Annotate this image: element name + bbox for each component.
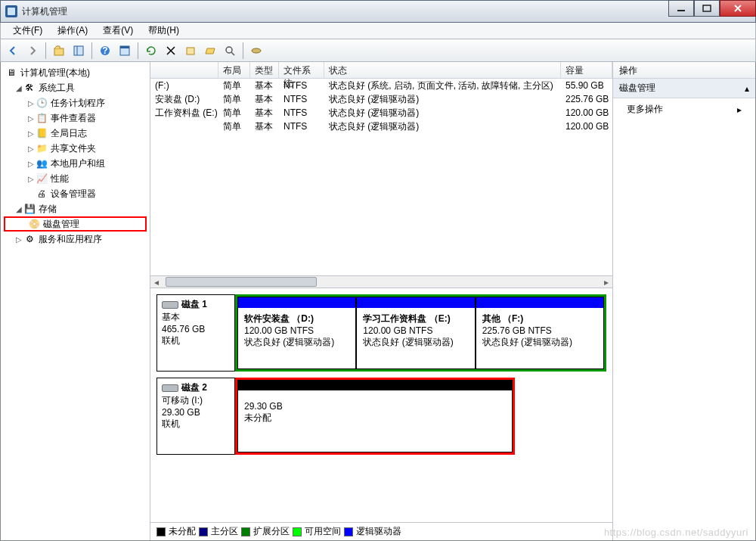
disk-size: 29.30 GB [162,407,230,418]
disk1-label[interactable]: 磁盘 1 基本 465.76 GB 联机 [156,294,235,372]
cell-status: 状态良好 (系统, 启动, 页面文件, 活动, 故障转储, 主分区) [324,79,561,93]
scroll-left-icon[interactable]: ◂ [150,276,163,288]
tree-system-tools[interactable]: ◢ 🛠 系统工具 [1,80,150,95]
table-row[interactable]: 工作资料盘 (E:) 简单 基本 NTFS 状态良好 (逻辑驱动器) 120.0… [150,106,612,120]
cell-cap: 55.90 GB [561,79,612,92]
title-bar: 计算机管理 [0,0,756,23]
window-title: 计算机管理 [22,5,67,18]
tree-item-label: 事件查看器 [51,112,96,125]
refresh-button[interactable] [142,42,160,60]
cell-name: 安装盘 (D:) [150,92,218,107]
back-button[interactable] [4,42,22,60]
svg-text:?: ? [102,45,107,56]
expand-icon[interactable]: ▷ [26,175,36,183]
tree-global-logs[interactable]: ▷📒全局日志 [1,126,150,141]
expand-icon[interactable]: ▷ [14,235,23,244]
scroll-right-icon[interactable]: ▸ [600,276,612,288]
menu-bar: 文件(F) 操作(A) 查看(V) 帮助(H) [0,23,756,39]
vol-info: 225.76 GB NTFS [482,325,597,336]
legend-label: 未分配 [169,525,196,538]
actions-section-label: 磁盘管理 [619,82,655,95]
col-status[interactable]: 状态 [324,62,561,78]
tree-disk-management[interactable]: 📀磁盘管理 [4,216,147,232]
actions-section[interactable]: 磁盘管理 ▴ [613,79,755,98]
disk2-label[interactable]: 磁盘 2 可移动 (I:) 29.30 GB 联机 [156,378,235,455]
actions-more-label: 更多操作 [627,103,663,116]
scrollbar-thumb[interactable] [166,277,317,287]
disk-name: 磁盘 1 [181,299,207,309]
vol-title: 其他 （F:) [482,312,597,325]
table-row[interactable]: 安装盘 (D:) 简单 基本 NTFS 状态良好 (逻辑驱动器) 225.76 … [150,92,612,106]
tree-system-tools-label: 系统工具 [39,82,75,95]
tree-root[interactable]: 🖥 计算机管理(本地) [1,65,150,80]
tree-storage[interactable]: ◢💾存储 [1,201,150,216]
menu-action[interactable]: 操作(A) [51,23,94,39]
svg-rect-1 [703,5,711,11]
col-fs[interactable]: 文件系统 [279,62,324,78]
expand-icon[interactable]: ▷ [26,129,36,138]
volume-d[interactable]: 软件安装盘 （D:) 120.00 GB NTFS 状态良好 (逻辑驱动器) [237,297,356,369]
export-icon[interactable] [181,42,200,60]
tree-root-label: 计算机管理(本地) [20,67,90,79]
cell-type: 基本 [250,106,279,120]
disk-area: 磁盘 1 基本 465.76 GB 联机 软件安装盘 （D:) 120.00 G… [150,288,612,522]
cell-name: 工作资料盘 (E:) [150,106,218,120]
col-capacity[interactable]: 容量 [561,62,612,78]
table-row[interactable]: (F:) 简单 基本 NTFS 状态良好 (系统, 启动, 页面文件, 活动, … [150,79,612,92]
tree-item-label: 设备管理器 [51,188,96,201]
legend-swatch-primary [199,527,208,536]
center-pane: 布局 类型 文件系统 状态 容量 (F:) 简单 基本 NTFS 状态良好 (系… [150,62,613,540]
perf-icon: 📈 [36,173,48,185]
close-button[interactable] [720,0,756,17]
maximize-button[interactable] [694,0,720,17]
expand-icon[interactable]: ▷ [26,99,36,107]
tree-device-manager[interactable]: 🖨设备管理器 [1,186,150,201]
cell-layout: 简单 [218,120,250,134]
volume-e[interactable]: 学习工作资料盘 （E:) 120.00 GB NTFS 状态良好 (逻辑驱动器) [356,297,475,369]
search-icon[interactable] [221,42,239,60]
volume-unallocated[interactable]: 29.30 GB 未分配 [237,380,513,452]
menu-help[interactable]: 帮助(H) [142,23,185,39]
cell-name: (F:) [150,79,218,92]
disk2-volumes: 29.30 GB 未分配 [235,378,515,455]
cell-cap: 120.00 GB [561,120,612,132]
col-volume[interactable] [150,62,218,78]
minimize-button[interactable] [668,0,694,17]
col-layout[interactable]: 布局 [218,62,250,78]
tree-services-apps[interactable]: ▷⚙服务和应用程序 [1,232,150,247]
volume-header: 布局 类型 文件系统 状态 容量 [150,62,612,79]
tree-performance[interactable]: ▷📈性能 [1,171,150,186]
open-icon[interactable] [201,42,219,60]
horizontal-scrollbar[interactable]: ◂ ▸ [150,275,612,288]
expand-icon[interactable]: ▷ [26,160,36,168]
collapse-icon[interactable]: ◢ [14,84,23,92]
collapse-icon[interactable]: ◢ [14,205,23,213]
up-button[interactable] [50,42,68,60]
users-icon: 👥 [36,157,48,169]
tree-local-users[interactable]: ▷👥本地用户和组 [1,156,150,171]
volume-f[interactable]: 其他 （F:) 225.76 GB NTFS 状态良好 (逻辑驱动器) [476,297,604,369]
vol-title: 软件安装盘 （D:) [244,312,349,325]
actions-more[interactable]: 更多操作 ▸ [613,98,755,120]
disk-row-2: 磁盘 2 可移动 (I:) 29.30 GB 联机 29.30 GB 未分配 [156,378,606,455]
delete-icon[interactable] [162,42,180,60]
expand-icon[interactable]: ▷ [26,114,36,123]
legend: 未分配 主分区 扩展分区 可用空间 逻辑驱动器 [150,522,612,540]
forward-button[interactable] [23,42,42,60]
svg-point-10 [226,47,232,53]
disk-size: 465.76 GB [162,324,230,334]
expand-icon[interactable]: ▷ [26,145,36,153]
table-row[interactable]: 简单 基本 NTFS 状态良好 (逻辑驱动器) 120.00 GB [150,120,612,133]
tree-event-viewer[interactable]: ▷📋事件查看器 [1,110,150,126]
tree-task-scheduler[interactable]: ▷🕒任务计划程序 [1,95,150,110]
tree-shared-folders[interactable]: ▷📁共享文件夹 [1,141,150,156]
menu-view[interactable]: 查看(V) [97,23,139,39]
disk-settings-icon[interactable] [247,42,265,60]
properties-button[interactable] [116,42,134,60]
help-button[interactable]: ? [96,42,114,60]
cell-name [150,126,218,127]
menu-file[interactable]: 文件(F) [7,23,48,39]
show-hide-tree-button[interactable] [70,42,88,60]
col-type[interactable]: 类型 [250,62,279,78]
collapse-icon: ▴ [745,83,749,94]
